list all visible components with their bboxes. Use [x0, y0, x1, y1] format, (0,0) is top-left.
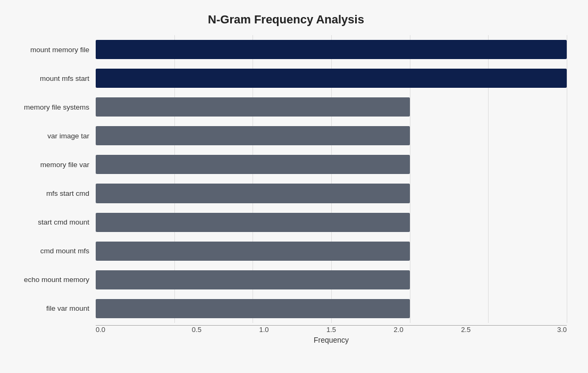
bar-row: var image tar: [5, 122, 567, 149]
bar-label: var image tar: [5, 132, 96, 140]
x-tick-label: 2.5: [432, 326, 500, 334]
bars-area: mount memory filemount mfs startmemory f…: [5, 35, 567, 323]
x-tick-label: 3.0: [499, 326, 567, 334]
bar-label: file var mount: [5, 304, 96, 312]
x-tick-label: 2.0: [365, 326, 432, 334]
bar-label: cmd mount mfs: [5, 247, 96, 255]
x-tick-label: 1.0: [230, 326, 298, 334]
bar-label: start cmd mount: [5, 218, 96, 226]
chart-title: N-Gram Frequency Analysis: [5, 11, 567, 27]
x-tick-label: 0.0: [96, 326, 163, 334]
bar: [96, 40, 567, 59]
bar-label: mount memory file: [5, 46, 96, 54]
bar: [96, 155, 410, 174]
bar-row: memory file var: [5, 151, 567, 178]
bar-row: mount mfs start: [5, 65, 567, 92]
bar: [96, 213, 410, 232]
bar: [96, 69, 567, 88]
bar-row: memory file systems: [5, 94, 567, 120]
bar-label: memory file var: [5, 161, 96, 169]
x-tick-label: 1.5: [298, 326, 365, 334]
bar-row: mfs start cmd: [5, 180, 567, 206]
tick-row: 0.00.51.01.52.02.53.0: [96, 326, 567, 334]
chart-container: N-Gram Frequency Analysis mount memory f…: [0, 0, 588, 373]
x-tick-label: 0.5: [163, 326, 231, 334]
bar: [96, 242, 410, 261]
bar: [96, 126, 410, 145]
bar-row: mount memory file: [5, 36, 567, 63]
bar: [96, 97, 410, 117]
bar: [96, 299, 410, 318]
bar-label: echo mount memory: [5, 276, 96, 284]
bar: [96, 270, 410, 289]
bar-row: cmd mount mfs: [5, 238, 567, 264]
x-axis-label: Frequency: [96, 336, 567, 344]
bar-label: mount mfs start: [5, 74, 96, 82]
x-axis: 0.00.51.01.52.02.53.0 Frequency: [96, 325, 567, 344]
bar-label: memory file systems: [5, 103, 96, 111]
bar-row: echo mount memory: [5, 267, 567, 293]
bar-label: mfs start cmd: [5, 189, 96, 197]
bar-row: start cmd mount: [5, 209, 567, 236]
bar-row: file var mount: [5, 295, 567, 322]
bar: [96, 184, 410, 203]
